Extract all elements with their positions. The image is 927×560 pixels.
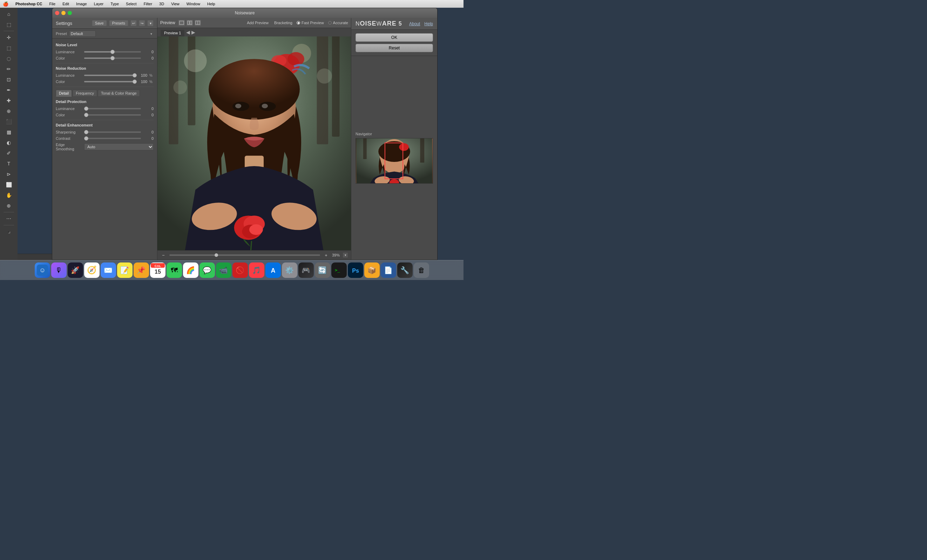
add-preview-button[interactable]: Add Preview (245, 20, 270, 26)
dock-sysprefs[interactable]: ⚙️ (282, 263, 297, 278)
filter-menu[interactable]: Filter (142, 2, 153, 6)
dock-mail[interactable]: ✉️ (100, 263, 116, 278)
tool-brush[interactable]: ✏ (3, 64, 14, 74)
preview-tab-1[interactable]: Preview 1 (160, 29, 185, 36)
apple-menu[interactable]: 🍎 (3, 2, 8, 7)
brand-text: NOISEWARE (356, 20, 397, 27)
help-link[interactable]: Help (424, 21, 433, 26)
dock-siri[interactable]: 🎙 (51, 263, 67, 278)
tool-crop-alt[interactable]: ⬚ (3, 20, 14, 29)
tool-move[interactable]: ✛ (3, 33, 14, 42)
dock-word[interactable]: 📄 (381, 263, 396, 278)
dock-dnd[interactable]: 🚫 (233, 263, 248, 278)
preview-area[interactable] (157, 36, 351, 250)
dp-luminance-slider[interactable] (84, 108, 141, 109)
close-button[interactable] (55, 11, 59, 15)
dock-stickies[interactable]: 📌 (134, 263, 149, 278)
dock-archiver[interactable]: 📦 (364, 263, 380, 278)
noise-reduction-color-slider[interactable] (84, 81, 135, 82)
zoom-out-button[interactable]: − (160, 252, 167, 258)
tool-shape[interactable]: ⬜ (3, 180, 14, 190)
dock-trash[interactable]: 🗑 (414, 263, 429, 278)
view-split-v-icon[interactable] (194, 20, 201, 26)
redo-button[interactable]: ↪ (139, 20, 145, 26)
tab-frequency[interactable]: Frequency (73, 90, 97, 97)
dock-noiseware[interactable]: 🔄 (315, 263, 330, 278)
tab-detail[interactable]: Detail (56, 90, 72, 97)
zoom-slider[interactable] (169, 254, 320, 256)
select-menu[interactable]: Select (125, 2, 138, 6)
fast-preview-radio[interactable]: Fast Preview (296, 21, 324, 25)
edit-menu[interactable]: Edit (61, 2, 70, 6)
tool-dodge[interactable]: ◐ (3, 138, 14, 147)
reset-button[interactable]: Reset (356, 44, 433, 52)
tool-eraser[interactable]: ⬛ (3, 117, 14, 126)
maximize-button[interactable] (68, 11, 72, 15)
about-link[interactable]: About (409, 21, 420, 26)
ok-button[interactable]: OK (356, 33, 433, 42)
dock-appstore[interactable]: A (265, 263, 281, 278)
tool-gradient[interactable]: ▩ (3, 127, 14, 137)
tool-fg-bg[interactable]: ■ (3, 227, 14, 237)
tool-home[interactable]: ⌂ (3, 9, 14, 19)
preview-next[interactable]: ▶ (191, 29, 195, 35)
dock-photoshop[interactable]: Ps (348, 263, 363, 278)
dock-messages[interactable]: 💬 (199, 263, 215, 278)
dock-safari[interactable]: 🧭 (84, 263, 100, 278)
dock-maps[interactable]: 🗺 (167, 263, 182, 278)
minimize-button[interactable] (61, 11, 65, 15)
view-split-h-icon[interactable] (186, 20, 193, 26)
accurate-radio[interactable]: Accurate (328, 21, 348, 25)
dock-finder[interactable]: ☺ (35, 263, 50, 278)
dock-photos[interactable]: 🌈 (183, 263, 198, 278)
3d-menu[interactable]: 3D (158, 2, 166, 6)
dock-facetime[interactable]: 📹 (216, 263, 231, 278)
sharpening-slider[interactable] (84, 131, 141, 133)
tool-path[interactable]: ⊳ (3, 169, 14, 179)
file-menu[interactable]: File (48, 2, 57, 6)
noise-level-luminance-slider[interactable] (84, 51, 141, 53)
dock-launchpad[interactable]: 🚀 (68, 263, 83, 278)
view-single-icon[interactable] (178, 20, 185, 26)
contrast-slider[interactable] (84, 138, 141, 139)
tool-lasso[interactable]: ◌ (3, 54, 14, 64)
type-menu[interactable]: Type (109, 2, 120, 6)
dock-music[interactable]: 🎵 (249, 263, 264, 278)
zoom-dropdown-button[interactable]: ▾ (342, 252, 348, 258)
edge-smoothing-select[interactable]: Auto Low Medium High (84, 143, 153, 150)
tab-tonal[interactable]: Tonal & Color Range (98, 90, 140, 97)
tool-crop[interactable]: ⊡ (3, 74, 14, 85)
dock-calendar[interactable]: CAL15 (150, 263, 166, 278)
tool-eyedropper[interactable]: ✒ (3, 85, 14, 95)
undo-button[interactable]: ↩ (131, 20, 137, 26)
tool-pen[interactable]: ✐ (3, 148, 14, 158)
image-menu[interactable]: Image (74, 2, 88, 6)
tool-hand[interactable]: ✋ (3, 190, 14, 200)
presets-button[interactable]: Presets (109, 20, 128, 26)
svg-rect-32 (363, 138, 367, 159)
tool-text[interactable]: T (3, 159, 14, 168)
zoom-in-button[interactable]: + (323, 252, 329, 258)
tool-clone[interactable]: ⊕ (3, 106, 14, 116)
dock-developer[interactable]: 🔧 (397, 263, 413, 278)
app-menu[interactable]: Photoshop CC (14, 2, 44, 6)
save-button[interactable]: Save (92, 20, 107, 26)
tool-more[interactable]: ⋯ (3, 214, 14, 223)
view-menu[interactable]: View (170, 2, 181, 6)
settings-dropdown[interactable]: ▾ (147, 20, 153, 26)
tool-heal[interactable]: ✚ (3, 96, 14, 105)
dock-gamecenter[interactable]: 🎮 (298, 263, 314, 278)
layer-menu[interactable]: Layer (93, 2, 105, 6)
help-menu[interactable]: Help (206, 2, 217, 6)
bracketing-button[interactable]: Bracketing (273, 20, 294, 26)
noise-level-color-slider[interactable] (84, 58, 141, 59)
preset-select[interactable]: Default Low Noise High Noise Portrait (69, 30, 96, 37)
tool-zoom[interactable]: ⊕ (3, 201, 14, 211)
tool-selection[interactable]: ⬚ (3, 43, 14, 53)
dp-color-slider[interactable] (84, 114, 141, 115)
preview-prev[interactable]: ◀ (186, 29, 190, 35)
dock-terminal[interactable]: >_ (331, 263, 347, 278)
window-menu[interactable]: Window (185, 2, 202, 6)
dock-notes[interactable]: 📝 (117, 263, 132, 278)
noise-reduction-luminance-slider[interactable] (84, 74, 135, 76)
